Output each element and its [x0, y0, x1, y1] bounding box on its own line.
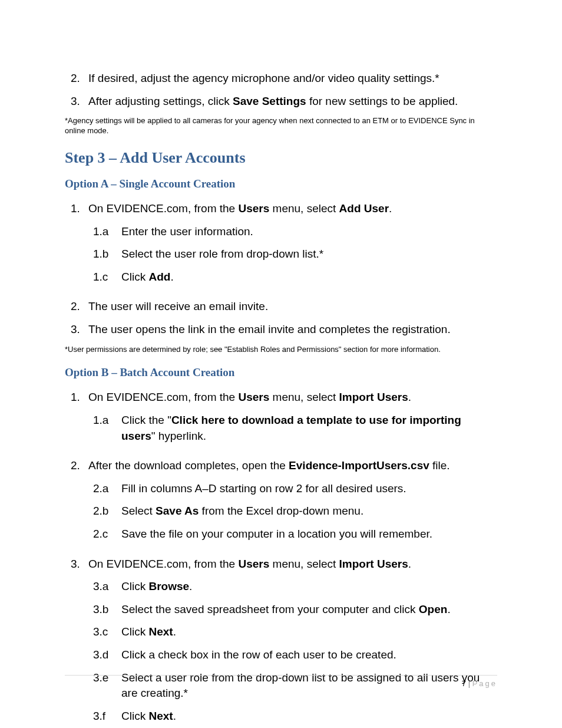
text: After adjusting settings, click: [88, 95, 233, 107]
bold-text: Import Users: [339, 391, 408, 403]
text: Click: [121, 710, 148, 722]
text: Click the ": [121, 414, 171, 426]
text: .: [173, 710, 176, 722]
sub-list-item: 1.a Click the "Click here to download a …: [93, 413, 497, 444]
footnote: *User permissions are determined by role…: [65, 345, 497, 355]
sub-body: Fill in columns A–D starting on row 2 fo…: [121, 481, 497, 497]
sub-number: 2.a: [93, 481, 121, 497]
text: " hyperlink.: [151, 430, 206, 442]
sub-number: 1.a: [93, 224, 121, 240]
sub-number: 3.f: [93, 709, 121, 724]
text: On EVIDENCE.com, from the: [88, 202, 238, 215]
list-body: The user will receive an email invite.: [88, 299, 497, 315]
list-body: The user opens the link in the email inv…: [88, 322, 497, 338]
footnote: *Agency settings will be applied to all …: [65, 116, 497, 136]
sub-number: 3.c: [93, 624, 121, 640]
sub-body: Select the saved spreadsheet from your c…: [121, 602, 497, 618]
sub-body: Click Next.: [121, 709, 497, 724]
text: Click: [121, 271, 148, 283]
text: Select the saved spreadsheet from your c…: [121, 603, 419, 615]
text: Select: [121, 505, 156, 517]
sub-body: Select Save As from the Excel drop-down …: [121, 503, 497, 519]
text: On EVIDENCE.com, from the: [88, 558, 238, 570]
text: .: [173, 625, 176, 638]
text: menu, select: [269, 202, 339, 215]
option-a-heading: Option A – Single Account Creation: [65, 177, 497, 190]
option-b-heading: Option B – Batch Account Creation: [65, 366, 497, 379]
list-number: 3.: [65, 94, 88, 110]
bold-text: Open: [419, 603, 448, 615]
bold-text: Add User: [339, 202, 389, 215]
bold-text: Users: [238, 558, 269, 570]
list-item: 2. The user will receive an email invite…: [65, 299, 497, 315]
text: .: [189, 580, 192, 592]
list-number: 3.: [65, 322, 88, 338]
bold-text: Import Users: [339, 558, 408, 570]
bold-text: Users: [238, 202, 269, 215]
list-number: 2.: [65, 458, 88, 549]
sub-body: Click the "Click here to download a temp…: [121, 413, 497, 444]
list-number: 2.: [65, 299, 88, 315]
list-item: 3. On EVIDENCE.com, from the Users menu,…: [65, 556, 497, 728]
text: from the Excel drop-down menu.: [199, 505, 363, 517]
document-page: 2. If desired, adjust the agency microph…: [0, 0, 562, 728]
list-body: After the download completes, open the E…: [88, 458, 497, 549]
list-item: 3. After adjusting settings, click Save …: [65, 94, 497, 110]
text: menu, select: [269, 558, 339, 570]
sub-list-item: 2.b Select Save As from the Excel drop-d…: [93, 503, 497, 519]
sub-number: 3.b: [93, 602, 121, 618]
sub-number: 1.c: [93, 269, 121, 285]
list-item: 3. The user opens the link in the email …: [65, 322, 497, 338]
footer-sep: |: [466, 679, 472, 688]
page-footer: 7 | Page: [65, 675, 497, 688]
sub-list-item: 3.a Click Browse.: [93, 579, 497, 595]
list-body: If desired, adjust the agency microphone…: [88, 71, 497, 87]
list-number: 1.: [65, 201, 88, 292]
sub-number: 2.b: [93, 503, 121, 519]
sub-list-item: 2.c Save the file on your computer in a …: [93, 526, 497, 542]
sub-body: Click a check box in the row of each use…: [121, 647, 497, 663]
text: file.: [429, 459, 450, 472]
sub-body: Select the user role from drop-down list…: [121, 246, 497, 262]
list-number: 1.: [65, 390, 88, 451]
text: menu, select: [269, 391, 339, 403]
bold-text: Evidence-ImportUsers.csv: [289, 459, 429, 472]
bold-text: Next: [148, 710, 173, 722]
list-body: On EVIDENCE.com, from the Users menu, se…: [88, 556, 497, 728]
text: .: [389, 202, 392, 215]
sub-list-item: 1.a Enter the user information.: [93, 224, 497, 240]
sub-list-item: 3.f Click Next.: [93, 709, 497, 724]
text: .: [408, 558, 411, 570]
sub-list-item: 3.b Select the saved spreadsheet from yo…: [93, 602, 497, 618]
text: for new settings to be applied.: [306, 95, 458, 107]
text: .: [408, 391, 411, 403]
sub-body: Save the file on your computer in a loca…: [121, 526, 497, 542]
bold-text: Next: [148, 625, 173, 638]
sub-list-item: 1.b Select the user role from drop-down …: [93, 246, 497, 262]
text: .: [170, 271, 173, 283]
sub-list-item: 1.c Click Add.: [93, 269, 497, 285]
text: After the download completes, open the: [88, 459, 289, 472]
list-number: 2.: [65, 71, 88, 87]
page-number: 7: [462, 679, 466, 688]
bold-text: Browse: [148, 580, 189, 592]
list-body: On EVIDENCE.com, from the Users menu, se…: [88, 390, 497, 451]
bold-text: Save Settings: [233, 95, 306, 107]
sub-number: 3.d: [93, 647, 121, 663]
list-number: 3.: [65, 556, 88, 728]
list-item: 1. On EVIDENCE.com, from the Users menu,…: [65, 390, 497, 451]
bold-text: Save As: [156, 505, 199, 517]
list-item: 2. If desired, adjust the agency microph…: [65, 71, 497, 87]
sub-list-item: 2.a Fill in columns A–D starting on row …: [93, 481, 497, 497]
sub-number: 2.c: [93, 526, 121, 542]
footer-label: Page: [472, 679, 497, 688]
text: .: [447, 603, 450, 615]
sub-number: 1.b: [93, 246, 121, 262]
sub-number: 3.a: [93, 579, 121, 595]
sub-list-item: 3.c Click Next.: [93, 624, 497, 640]
sub-list-item: 3.d Click a check box in the row of each…: [93, 647, 497, 663]
sub-number: 1.a: [93, 413, 121, 444]
sub-body: Click Add.: [121, 269, 497, 285]
text: Click: [121, 580, 148, 592]
sub-body: Enter the user information.: [121, 224, 497, 240]
